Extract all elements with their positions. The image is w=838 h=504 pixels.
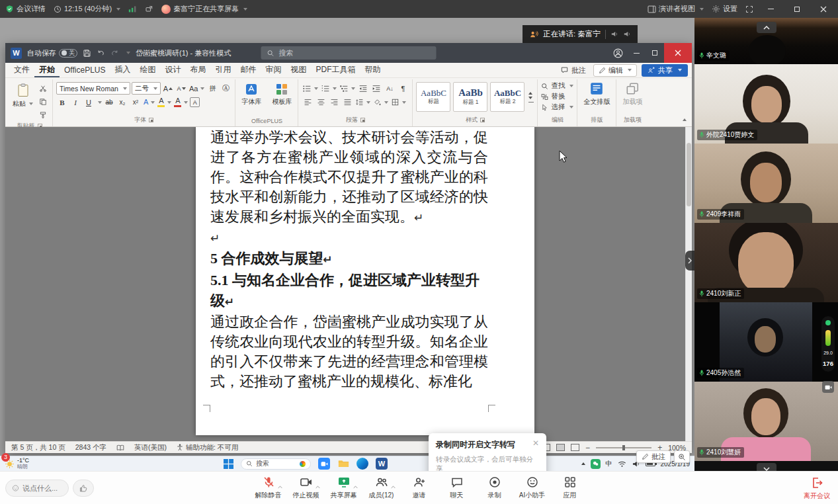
chevron-up-icon[interactable] <box>353 480 358 491</box>
font-color-button[interactable]: A <box>173 96 189 108</box>
align-center-button[interactable] <box>315 96 327 108</box>
close-button[interactable] <box>664 43 692 63</box>
chevron-down-icon[interactable] <box>98 101 102 104</box>
tab-mailings[interactable]: 邮件 <box>235 63 261 77</box>
document-scrollbar[interactable] <box>685 127 692 441</box>
underline-button[interactable]: U <box>83 96 95 108</box>
transcription-popup[interactable]: 录制同时开启文字转写 ✕ 转录会议成文字，会后可单独分享 <box>429 433 546 471</box>
change-case-button[interactable]: Aa <box>189 82 205 95</box>
ai-assistant-button[interactable]: AI小助手 <box>517 474 548 500</box>
character-border-button[interactable]: A <box>190 97 200 107</box>
font-library-button[interactable]: 字体库 <box>239 82 264 107</box>
italic-button[interactable]: I <box>69 96 81 108</box>
wifi-icon[interactable] <box>618 460 626 468</box>
tab-review[interactable]: 审阅 <box>261 63 286 77</box>
chevron-up-icon[interactable] <box>391 480 396 491</box>
tab-help[interactable]: 帮助 <box>360 63 385 77</box>
style-card-heading[interactable]: AaBbC 标题 <box>416 82 450 112</box>
settings-button[interactable]: 设置 <box>712 4 737 14</box>
share-button[interactable]: 共享 <box>642 64 688 77</box>
tab-view[interactable]: 视图 <box>286 63 311 77</box>
addins-button[interactable]: 加载项 <box>620 81 645 107</box>
redo-icon[interactable] <box>110 49 119 57</box>
web-layout-button[interactable] <box>571 444 579 451</box>
select-button[interactable]: 选择 <box>541 102 573 112</box>
numbering-button[interactable] <box>320 82 337 95</box>
zoom-slider-thumb[interactable] <box>622 445 625 450</box>
tab-draw[interactable]: 绘图 <box>135 63 160 77</box>
chat-button[interactable]: 聊天 <box>441 474 473 500</box>
tab-layout[interactable]: 布局 <box>185 63 210 77</box>
windows-start-button[interactable] <box>224 459 233 469</box>
collapse-ribbon-button[interactable] <box>683 112 687 124</box>
word-count[interactable]: 2843 个字 <box>75 443 106 452</box>
document-body[interactable]: 通过举办学术会议、技术研讨会等活动，促进了各方在蜜桃产业领域的深入交流与合作。这… <box>210 128 488 392</box>
unmute-button[interactable]: 解除静音 <box>253 474 284 500</box>
participant-video[interactable]: 2410刘慧妍 <box>694 382 838 461</box>
decrease-indent-button[interactable] <box>357 82 369 95</box>
scroll-up-button[interactable] <box>757 22 776 33</box>
tray-expand-icon[interactable] <box>581 462 585 465</box>
style-card-heading1[interactable]: AaBb 标题 1 <box>453 82 487 112</box>
zoom-slider[interactable] <box>596 447 651 448</box>
justify-button[interactable] <box>341 96 353 108</box>
weather-widget[interactable]: 3 -1°C晴朗 <box>5 458 29 470</box>
multilevel-list-button[interactable] <box>339 82 356 95</box>
meeting-app-icon[interactable] <box>318 458 330 470</box>
template-library-button[interactable]: 模板库 <box>269 82 294 107</box>
share-window-button[interactable] <box>145 5 153 13</box>
participant-video[interactable]: 外院2410贾婷文 <box>694 64 838 144</box>
styles-scroll-up-icon[interactable] <box>528 92 532 95</box>
tab-officeplus[interactable]: OfficePLUS <box>60 64 110 77</box>
chevron-up-icon[interactable] <box>278 480 282 491</box>
maximize-button[interactable] <box>788 0 806 18</box>
document-canvas[interactable]: 通过举办学术会议、技术研讨会等活动，促进了各方在蜜桃产业领域的深入交流与合作。这… <box>5 127 692 441</box>
taskbar-search[interactable]: 搜索 <box>241 458 311 470</box>
chevron-up-icon[interactable] <box>315 480 320 491</box>
meeting-timer[interactable]: 12:15 (40分钟) <box>54 4 120 14</box>
accessibility-status[interactable]: 辅助功能: 不可用 <box>177 443 238 452</box>
increase-indent-button[interactable] <box>370 82 382 95</box>
close-icon[interactable]: ✕ <box>532 439 539 447</box>
participant-video[interactable]: 2410刘新正 <box>694 223 838 302</box>
format-painter-button[interactable] <box>37 108 49 121</box>
tab-pdf-tools[interactable]: PDF工具箱 <box>311 63 360 77</box>
tab-references[interactable]: 引用 <box>210 63 235 77</box>
save-icon[interactable] <box>83 49 91 58</box>
scroll-down-button[interactable] <box>757 463 776 471</box>
invite-button[interactable]: 邀请 <box>403 474 435 500</box>
reaction-button[interactable] <box>73 480 94 497</box>
tab-home[interactable]: 开始 <box>34 63 60 77</box>
bold-button[interactable]: B <box>56 96 68 108</box>
tab-design[interactable]: 设计 <box>160 63 185 77</box>
sidebar-collapse-handle[interactable] <box>685 251 694 271</box>
print-layout-button[interactable] <box>556 444 565 451</box>
zoom-out-button[interactable]: − <box>585 443 590 452</box>
ime-indicator[interactable]: 中 <box>606 459 612 468</box>
language-indicator[interactable]: 英语(美国) <box>134 443 167 452</box>
subscript-button[interactable]: x₂ <box>116 96 128 108</box>
styles-gallery-icon[interactable] <box>528 102 534 103</box>
bullets-button[interactable] <box>302 82 319 95</box>
stop-video-button[interactable]: 停止视频 <box>290 474 322 500</box>
chat-input[interactable] <box>22 484 62 492</box>
comments-button[interactable]: 批注 <box>558 65 589 76</box>
cut-button[interactable] <box>37 82 49 95</box>
proofing-status[interactable] <box>116 444 124 451</box>
editing-mode-button[interactable]: 编辑 <box>593 64 637 77</box>
record-button[interactable]: 录制 <box>479 474 511 500</box>
dialog-launcher-icon[interactable] <box>149 118 153 122</box>
scrollbar-thumb[interactable] <box>687 143 691 206</box>
tab-insert[interactable]: 插入 <box>110 63 135 77</box>
copy-button[interactable] <box>37 95 49 108</box>
meeting-details-button[interactable]: 会议详情 <box>5 4 46 14</box>
network-signal[interactable] <box>128 5 137 13</box>
font-size-combo[interactable]: 二号 <box>132 82 161 95</box>
wechat-tray-icon[interactable] <box>591 459 601 469</box>
word-document-page[interactable]: 通过举办学术会议、技术研讨会等活动，促进了各方在蜜桃产业领域的深入交流与合作。这… <box>196 127 534 435</box>
strikethrough-button[interactable]: ab <box>103 96 115 108</box>
phonetic-guide-button[interactable]: 拼 <box>206 82 218 95</box>
quick-chat-input[interactable] <box>5 480 69 497</box>
page-indicator[interactable]: 第 5 页，共 10 页 <box>11 443 65 452</box>
participant-video[interactable]: 2405孙浩然 <box>694 302 838 382</box>
